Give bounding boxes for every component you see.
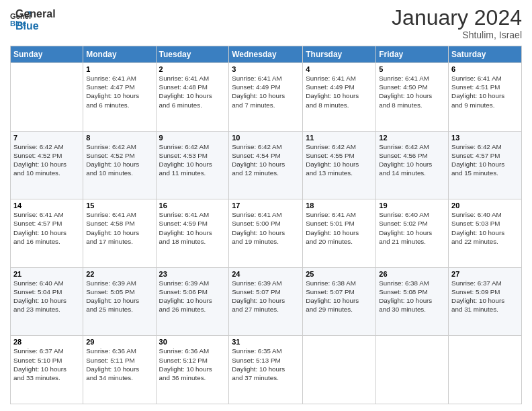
day-info: Sunrise: 6:41 AM Sunset: 5:00 PM Dayligh…	[232, 210, 300, 246]
day-info: Sunrise: 6:39 AM Sunset: 5:06 PM Dayligh…	[159, 279, 226, 314]
day-info: Sunrise: 6:41 AM Sunset: 4:47 PM Dayligh…	[86, 74, 152, 109]
calendar-day-cell: 12Sunrise: 6:42 AM Sunset: 4:56 PM Dayli…	[376, 131, 449, 199]
calendar-header-cell: Monday	[83, 46, 156, 63]
calendar-day-cell: 5Sunrise: 6:41 AM Sunset: 4:50 PM Daylig…	[376, 63, 449, 132]
calendar-week-row: 1Sunrise: 6:41 AM Sunset: 4:47 PM Daylig…	[11, 63, 522, 132]
day-number: 3	[232, 65, 300, 73]
day-info: Sunrise: 6:37 AM Sunset: 5:10 PM Dayligh…	[13, 347, 80, 382]
calendar-table: SundayMondayTuesdayWednesdayThursdayFrid…	[10, 46, 522, 404]
calendar-day-cell: 24Sunrise: 6:39 AM Sunset: 5:07 PM Dayli…	[229, 267, 303, 336]
calendar-day-cell: 30Sunrise: 6:36 AM Sunset: 5:12 PM Dayli…	[156, 336, 229, 404]
day-number: 2	[159, 65, 226, 73]
day-number: 24	[232, 270, 300, 278]
day-number: 14	[13, 201, 80, 210]
day-number: 4	[306, 65, 373, 73]
day-number: 21	[13, 270, 80, 278]
calendar-day-cell: 20Sunrise: 6:40 AM Sunset: 5:03 PM Dayli…	[449, 199, 522, 268]
day-info: Sunrise: 6:39 AM Sunset: 5:07 PM Dayligh…	[232, 279, 300, 314]
day-number: 25	[306, 270, 373, 278]
day-number: 9	[159, 134, 226, 142]
calendar-header-cell: Tuesday	[156, 46, 229, 63]
day-number: 6	[451, 65, 519, 73]
day-info: Sunrise: 6:41 AM Sunset: 4:49 PM Dayligh…	[306, 74, 373, 109]
calendar-day-cell: 23Sunrise: 6:39 AM Sunset: 5:06 PM Dayli…	[156, 267, 229, 336]
title-block: January 2024 Shtulim, Israel	[392, 7, 522, 40]
day-info: Sunrise: 6:38 AM Sunset: 5:08 PM Dayligh…	[379, 279, 445, 314]
calendar-day-cell: 1Sunrise: 6:41 AM Sunset: 4:47 PM Daylig…	[83, 63, 156, 132]
day-info: Sunrise: 6:41 AM Sunset: 5:01 PM Dayligh…	[306, 210, 373, 246]
calendar-day-cell: 15Sunrise: 6:41 AM Sunset: 4:58 PM Dayli…	[83, 199, 156, 268]
calendar-header-cell: Wednesday	[229, 46, 303, 63]
day-info: Sunrise: 6:42 AM Sunset: 4:57 PM Dayligh…	[451, 142, 519, 178]
day-number: 17	[232, 201, 300, 210]
calendar-day-cell	[376, 336, 449, 404]
day-info: Sunrise: 6:42 AM Sunset: 4:52 PM Dayligh…	[86, 142, 152, 178]
calendar-day-cell: 22Sunrise: 6:39 AM Sunset: 5:05 PM Dayli…	[83, 267, 156, 336]
calendar-day-cell: 7Sunrise: 6:42 AM Sunset: 4:52 PM Daylig…	[11, 131, 83, 199]
calendar-week-row: 21Sunrise: 6:40 AM Sunset: 5:04 PM Dayli…	[11, 267, 522, 336]
day-number: 31	[232, 338, 300, 346]
day-number: 26	[379, 270, 445, 278]
day-info: Sunrise: 6:37 AM Sunset: 5:09 PM Dayligh…	[451, 279, 519, 314]
calendar-day-cell: 19Sunrise: 6:40 AM Sunset: 5:02 PM Dayli…	[376, 199, 449, 268]
calendar-header-cell: Saturday	[449, 46, 522, 63]
day-info: Sunrise: 6:41 AM Sunset: 4:59 PM Dayligh…	[159, 210, 226, 246]
day-number: 23	[159, 270, 226, 278]
calendar-day-cell: 17Sunrise: 6:41 AM Sunset: 5:00 PM Dayli…	[229, 199, 303, 268]
day-number: 29	[86, 338, 152, 346]
calendar-day-cell: 10Sunrise: 6:42 AM Sunset: 4:54 PM Dayli…	[229, 131, 303, 199]
day-number: 27	[451, 270, 519, 278]
header: General Blue General Blue January 2024 S…	[10, 7, 522, 40]
calendar-week-row: 7Sunrise: 6:42 AM Sunset: 4:52 PM Daylig…	[11, 131, 522, 199]
day-number: 19	[379, 201, 445, 210]
calendar-day-cell: 14Sunrise: 6:41 AM Sunset: 4:57 PM Dayli…	[11, 199, 83, 268]
calendar-day-cell: 18Sunrise: 6:41 AM Sunset: 5:01 PM Dayli…	[303, 199, 376, 268]
day-number: 7	[13, 134, 80, 142]
calendar-day-cell: 26Sunrise: 6:38 AM Sunset: 5:08 PM Dayli…	[376, 267, 449, 336]
calendar-day-cell: 4Sunrise: 6:41 AM Sunset: 4:49 PM Daylig…	[303, 63, 376, 132]
day-info: Sunrise: 6:39 AM Sunset: 5:05 PM Dayligh…	[86, 279, 152, 314]
calendar-day-cell: 31Sunrise: 6:35 AM Sunset: 5:13 PM Dayli…	[229, 336, 303, 404]
day-number: 13	[451, 134, 519, 142]
day-info: Sunrise: 6:41 AM Sunset: 4:57 PM Dayligh…	[13, 210, 80, 246]
day-info: Sunrise: 6:42 AM Sunset: 4:54 PM Dayligh…	[232, 142, 300, 178]
calendar-day-cell: 9Sunrise: 6:42 AM Sunset: 4:53 PM Daylig…	[156, 131, 229, 199]
day-number: 16	[159, 201, 226, 210]
day-info: Sunrise: 6:35 AM Sunset: 5:13 PM Dayligh…	[232, 347, 300, 382]
calendar-day-cell	[449, 336, 522, 404]
calendar-day-cell: 8Sunrise: 6:42 AM Sunset: 4:52 PM Daylig…	[83, 131, 156, 199]
day-info: Sunrise: 6:36 AM Sunset: 5:12 PM Dayligh…	[159, 347, 226, 382]
calendar-day-cell: 27Sunrise: 6:37 AM Sunset: 5:09 PM Dayli…	[449, 267, 522, 336]
day-info: Sunrise: 6:42 AM Sunset: 4:55 PM Dayligh…	[306, 142, 373, 178]
calendar-day-cell: 21Sunrise: 6:40 AM Sunset: 5:04 PM Dayli…	[11, 267, 83, 336]
calendar-header-row: SundayMondayTuesdayWednesdayThursdayFrid…	[11, 46, 522, 63]
location: Shtulim, Israel	[392, 30, 522, 40]
day-info: Sunrise: 6:42 AM Sunset: 4:52 PM Dayligh…	[13, 142, 80, 178]
calendar-day-cell: 3Sunrise: 6:41 AM Sunset: 4:49 PM Daylig…	[229, 63, 303, 132]
day-info: Sunrise: 6:40 AM Sunset: 5:04 PM Dayligh…	[13, 279, 80, 314]
calendar-day-cell: 2Sunrise: 6:41 AM Sunset: 4:48 PM Daylig…	[156, 63, 229, 132]
day-info: Sunrise: 6:41 AM Sunset: 4:58 PM Dayligh…	[86, 210, 152, 246]
day-info: Sunrise: 6:42 AM Sunset: 4:53 PM Dayligh…	[159, 142, 226, 178]
calendar-day-cell: 6Sunrise: 6:41 AM Sunset: 4:51 PM Daylig…	[449, 63, 522, 132]
calendar-header-cell: Sunday	[11, 46, 83, 63]
day-info: Sunrise: 6:41 AM Sunset: 4:49 PM Dayligh…	[232, 74, 300, 109]
day-number: 5	[379, 65, 445, 73]
day-number: 11	[306, 134, 373, 142]
day-number: 8	[86, 134, 152, 142]
day-info: Sunrise: 6:38 AM Sunset: 5:07 PM Dayligh…	[306, 279, 373, 314]
calendar-week-row: 14Sunrise: 6:41 AM Sunset: 4:57 PM Dayli…	[11, 199, 522, 268]
logo-general: General	[15, 8, 56, 20]
calendar-day-cell	[303, 336, 376, 404]
logo: General Blue General Blue	[10, 7, 56, 33]
calendar-body: 1Sunrise: 6:41 AM Sunset: 4:47 PM Daylig…	[11, 63, 522, 404]
day-info: Sunrise: 6:42 AM Sunset: 4:56 PM Dayligh…	[379, 142, 445, 178]
calendar-day-cell: 28Sunrise: 6:37 AM Sunset: 5:10 PM Dayli…	[11, 336, 83, 404]
day-number: 12	[379, 134, 445, 142]
calendar-day-cell	[11, 63, 83, 132]
calendar-week-row: 28Sunrise: 6:37 AM Sunset: 5:10 PM Dayli…	[11, 336, 522, 404]
calendar-day-cell: 13Sunrise: 6:42 AM Sunset: 4:57 PM Dayli…	[449, 131, 522, 199]
day-number: 15	[86, 201, 152, 210]
day-info: Sunrise: 6:41 AM Sunset: 4:51 PM Dayligh…	[451, 74, 519, 109]
day-number: 10	[232, 134, 300, 142]
